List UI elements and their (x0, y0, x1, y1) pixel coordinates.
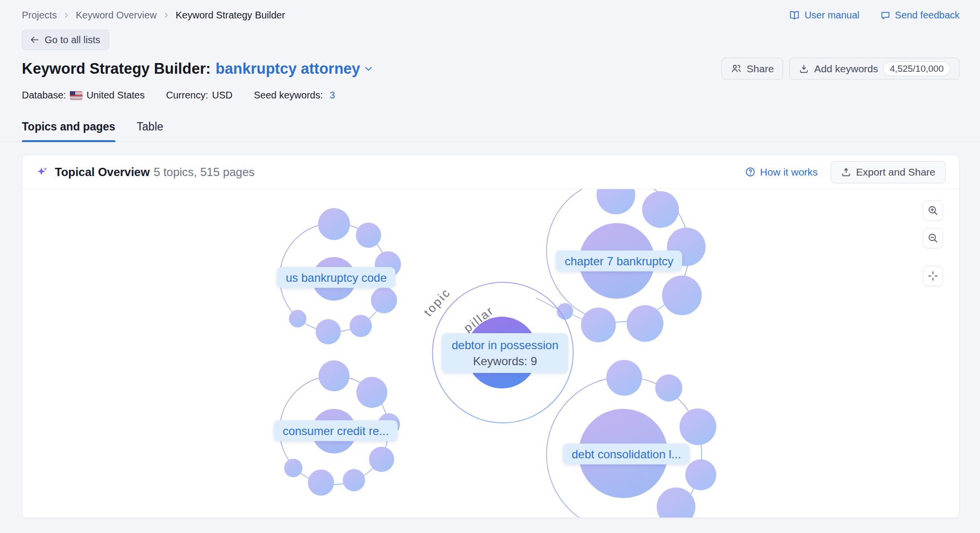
subtopic-bubble[interactable] (627, 305, 664, 342)
user-manual-label: User manual (804, 10, 859, 21)
subtopic-bubble[interactable] (657, 487, 696, 518)
keywords-quota-badge: 4,525/10,000 (883, 62, 950, 76)
go-to-all-lists-button[interactable]: Go to all lists (22, 30, 109, 50)
currency-label: Currency: (166, 90, 208, 101)
download-icon (799, 64, 809, 74)
keyword-list-selector[interactable]: bankruptcy attorney (215, 60, 374, 78)
arrow-left-icon (29, 34, 40, 45)
share-button[interactable]: Share (721, 58, 783, 80)
keyword-strategy-builder-page: Projects Keyword Overview Keyword Strate… (0, 0, 980, 533)
user-manual-link[interactable]: User manual (789, 10, 859, 21)
zoom-out-icon (927, 232, 939, 244)
topic-label-debt-consolidation[interactable]: debt consolidation l... (563, 444, 689, 465)
export-and-share-button[interactable]: Export and Share (831, 161, 946, 183)
topbar: Projects Keyword Overview Keyword Strate… (22, 10, 960, 21)
sparkle-icon (36, 165, 49, 178)
center-view-button[interactable] (923, 266, 943, 286)
subtopic-bubble[interactable] (284, 459, 303, 477)
export-and-share-label: Export and Share (856, 166, 935, 178)
send-feedback-label: Send feedback (895, 10, 960, 21)
keyword-list-name: bankruptcy attorney (215, 60, 360, 78)
subtopic-bubble[interactable] (357, 377, 388, 408)
go-to-all-lists-label: Go to all lists (45, 34, 100, 46)
us-flag-icon (70, 91, 82, 100)
book-icon (789, 10, 800, 21)
cluster-debt-consolidation (547, 360, 717, 518)
subtopic-bubble[interactable] (356, 223, 381, 248)
subtopic-bubble[interactable] (642, 191, 679, 228)
breadcrumb-projects[interactable]: Projects (22, 10, 57, 21)
topical-overview-card: Topical Overview 5 topics, 515 pages How… (22, 155, 960, 518)
subtopic-bubble[interactable] (597, 189, 636, 214)
top-links: User manual Send feedback (789, 10, 960, 21)
subtopic-bubble[interactable] (343, 469, 365, 491)
database-value: United States (86, 90, 145, 101)
breadcrumb: Projects Keyword Overview Keyword Strate… (22, 10, 285, 21)
subtopic-bubble[interactable] (308, 469, 334, 496)
subtopic-bubble[interactable] (606, 360, 642, 396)
zoom-in-button[interactable] (923, 200, 943, 221)
subtopic-bubble[interactable] (350, 315, 372, 337)
share-label: Share (747, 63, 774, 75)
title-actions: Share Add keywords 4,525/10,000 (721, 58, 960, 80)
page-title-prefix: Keyword Strategy Builder: (22, 60, 211, 78)
center-view-icon (927, 270, 939, 282)
meta-row: Database: United States Currency: USD Se… (22, 90, 960, 101)
how-it-works-label: How it works (760, 166, 818, 178)
breadcrumb-keyword-overview[interactable]: Keyword Overview (76, 10, 157, 21)
chevron-down-icon (363, 63, 374, 74)
title-row: Keyword Strategy Builder: bankruptcy att… (22, 58, 960, 80)
zoom-out-button[interactable] (923, 228, 943, 248)
topic-label-consumer-credit[interactable]: consumer credit re... (274, 420, 398, 441)
subtopic-bubble[interactable] (686, 459, 717, 490)
subtopic-bubble[interactable] (557, 303, 573, 320)
chevron-right-icon (163, 12, 170, 19)
subtopic-bubble[interactable] (369, 447, 394, 472)
connector-line (536, 298, 557, 309)
add-keywords-button[interactable]: Add keywords 4,525/10,000 (789, 58, 960, 80)
card-summary: 5 topics, 515 pages (154, 165, 255, 179)
subtopic-bubble[interactable] (371, 287, 397, 313)
connector-line (573, 315, 582, 319)
chevron-right-icon (63, 12, 70, 19)
subtopic-bubble[interactable] (581, 307, 616, 342)
currency-value: USD (212, 90, 232, 101)
send-feedback-link[interactable]: Send feedback (880, 10, 960, 21)
breadcrumb-current: Keyword Strategy Builder (176, 10, 285, 21)
subtopic-bubble[interactable] (316, 319, 341, 344)
add-keywords-label: Add keywords (814, 63, 878, 75)
subtopic-bubble[interactable] (662, 275, 702, 315)
topic-map: topicpillarus bankruptcy codechapter 7 b… (22, 189, 959, 518)
share-people-icon (731, 63, 742, 74)
seed-keywords-label: Seed keywords: (254, 90, 323, 101)
chat-bubble-icon (880, 10, 891, 21)
subtopic-bubble[interactable] (319, 360, 350, 391)
topic-label-debtor-in-possession[interactable]: debtor in possessionKeywords: 9 (442, 333, 568, 373)
tab-table[interactable]: Table (137, 120, 163, 142)
zoom-in-icon (927, 205, 939, 216)
topic-label-chapter-7-bankruptcy[interactable]: chapter 7 bankruptcy (556, 251, 682, 272)
how-it-works-link[interactable]: How it works (745, 166, 818, 178)
topical-overview-header: Topical Overview 5 topics, 515 pages How… (22, 155, 959, 189)
subtopic-bubble[interactable] (655, 374, 683, 402)
question-circle-icon (745, 166, 756, 178)
subtopic-bubble[interactable] (318, 208, 350, 240)
tab-topics-and-pages[interactable]: Topics and pages (22, 120, 115, 142)
map-zoom-controls (923, 200, 943, 297)
upload-icon (841, 167, 851, 178)
card-title: Topical Overview (55, 165, 150, 179)
subtopic-bubble[interactable] (680, 408, 717, 445)
database-label: Database: (22, 90, 66, 101)
seed-keywords-value[interactable]: 3 (329, 90, 335, 101)
page-title: Keyword Strategy Builder: bankruptcy att… (22, 60, 374, 78)
tabs-bar: Topics and pages Table (0, 120, 980, 142)
topic-label-us-bankruptcy-code[interactable]: us bankruptcy code (277, 267, 395, 288)
subtopic-bubble[interactable] (289, 310, 307, 327)
